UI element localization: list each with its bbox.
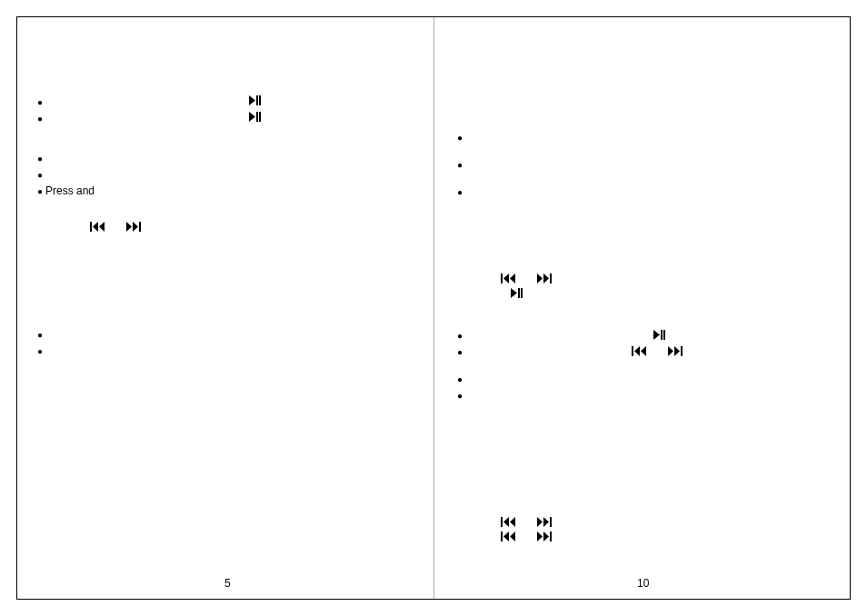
skip-forward-icon xyxy=(537,517,552,529)
skip-forward-icon xyxy=(537,273,552,285)
svg-rect-11 xyxy=(663,330,665,340)
bullet: ● xyxy=(37,114,43,124)
play-pause-icon xyxy=(511,288,523,300)
svg-rect-6 xyxy=(501,273,503,283)
bullet: ● xyxy=(37,331,43,340)
svg-rect-15 xyxy=(550,517,552,527)
svg-rect-10 xyxy=(661,330,663,340)
play-pause-icon xyxy=(249,112,262,124)
skip-forward-icon xyxy=(537,532,552,543)
bullet: ● xyxy=(457,332,463,341)
bullet: ● xyxy=(457,348,463,357)
skip-back-icon xyxy=(90,222,105,233)
bullet: ● xyxy=(37,171,43,180)
svg-rect-12 xyxy=(632,346,633,356)
svg-rect-5 xyxy=(139,222,141,232)
bullet: ● xyxy=(37,154,43,164)
play-pause-icon xyxy=(653,330,666,342)
svg-rect-13 xyxy=(681,346,683,356)
svg-rect-16 xyxy=(501,532,503,541)
skip-back-icon xyxy=(632,346,646,358)
skip-forward-icon xyxy=(668,346,683,358)
bullet: ● xyxy=(457,161,463,170)
skip-back-icon xyxy=(501,273,515,285)
svg-rect-7 xyxy=(550,273,552,283)
bullet: ● xyxy=(457,188,463,197)
svg-rect-8 xyxy=(518,288,520,298)
page-number-left: 5 xyxy=(224,577,231,590)
skip-back-icon xyxy=(501,532,515,543)
page-frame: ● ● ● ● ● Press and ● ● 5 ● ● ● xyxy=(16,16,851,600)
skip-forward-icon xyxy=(126,222,141,233)
text-press-and: Press and xyxy=(45,185,95,196)
play-pause-icon xyxy=(249,95,262,107)
svg-rect-14 xyxy=(501,517,503,527)
bullet: ● xyxy=(37,187,43,196)
bullet: ● xyxy=(37,347,43,356)
svg-rect-9 xyxy=(521,288,523,298)
svg-rect-3 xyxy=(259,112,261,122)
bullet: ● xyxy=(457,375,463,384)
two-page-spread: ● ● ● ● ● Press and ● ● 5 ● ● ● xyxy=(0,0,867,616)
bullet: ● xyxy=(37,98,43,107)
svg-rect-4 xyxy=(90,222,92,232)
page-number-right: 10 xyxy=(637,577,649,590)
bullet: ● xyxy=(457,392,463,401)
svg-rect-17 xyxy=(550,532,552,541)
svg-rect-0 xyxy=(256,95,258,105)
page-divider xyxy=(434,17,434,599)
svg-rect-1 xyxy=(259,95,261,105)
skip-back-icon xyxy=(501,517,515,529)
bullet: ● xyxy=(457,134,463,143)
svg-rect-2 xyxy=(256,112,258,122)
